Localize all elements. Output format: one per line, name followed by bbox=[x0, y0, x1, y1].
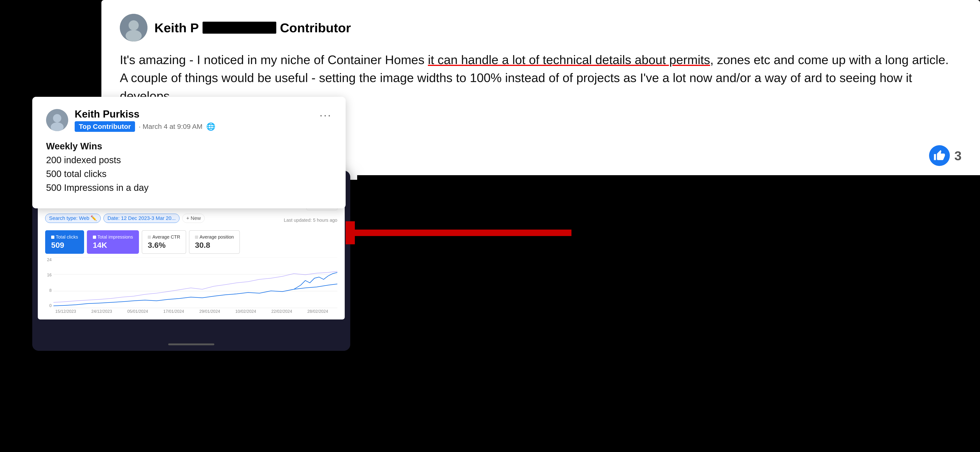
metric-impressions-label: Total impressions bbox=[93, 234, 133, 240]
metric-ctr[interactable]: Average CTR 3.6% bbox=[142, 230, 186, 254]
comment-author-info: Keith P Contributor bbox=[154, 20, 351, 35]
fb-author-name: Keith Purkiss bbox=[75, 108, 319, 120]
svg-point-1 bbox=[129, 20, 139, 30]
fb-post-content: Weekly Wins 200 indexed posts 500 total … bbox=[46, 139, 332, 194]
chart-container: 24 16 8 0 bbox=[45, 258, 337, 314]
author-badge: Contributor bbox=[280, 20, 351, 35]
fb-post-meta: Keith Purkiss Top Contributor · March 4 … bbox=[75, 108, 319, 132]
device-bottom-bar bbox=[32, 338, 350, 351]
author-name-prefix: Keith P bbox=[154, 20, 199, 35]
metric-clicks-value: 509 bbox=[51, 240, 78, 250]
like-count: 3 bbox=[955, 148, 962, 163]
metric-impressions-value: 14K bbox=[93, 240, 133, 250]
metric-position[interactable]: Average position 30.8 bbox=[189, 230, 240, 254]
svg-point-4 bbox=[53, 114, 61, 123]
metric-total-clicks[interactable]: Total clicks 509 bbox=[45, 230, 84, 254]
fb-top-contributor-badge: Top Contributor bbox=[75, 121, 135, 132]
chart-y-axis: 24 16 8 0 bbox=[45, 258, 54, 308]
filter-chip-date[interactable]: Date: 12 Dec 2023-3 Mar 20... bbox=[103, 214, 180, 223]
filter-chip-search-type[interactable]: Search type: Web ✏️ bbox=[45, 214, 101, 223]
chart-area bbox=[54, 258, 337, 308]
fb-post-title: Weekly Wins bbox=[46, 141, 102, 151]
metric-position-value: 30.8 bbox=[195, 240, 234, 250]
metric-ctr-label: Average CTR bbox=[148, 234, 180, 240]
fb-post-card: Keith Purkiss Top Contributor · March 4 … bbox=[32, 97, 346, 208]
chart-x-axis: 15/12/2023 24/12/2023 05/01/2024 17/01/2… bbox=[45, 309, 337, 314]
chart-svg bbox=[54, 258, 337, 308]
fb-post-time: · March 4 at 9:09 AM bbox=[139, 123, 202, 131]
fb-post-item-2: 500 total clicks bbox=[46, 169, 107, 179]
red-arrow bbox=[346, 221, 571, 244]
gsc-filters: Search type: Web ✏️ Date: 12 Dec 2023-3 … bbox=[45, 214, 205, 223]
metric-ctr-value: 3.6% bbox=[148, 240, 180, 250]
last-updated: Last updated: 5 hours ago bbox=[284, 218, 337, 223]
fb-post-menu[interactable]: ··· bbox=[319, 108, 332, 122]
svg-point-2 bbox=[126, 30, 142, 41]
avatar bbox=[120, 14, 148, 41]
metric-total-impressions[interactable]: Total impressions 14K bbox=[87, 230, 139, 254]
comment-author-name: Keith P Contributor bbox=[154, 20, 351, 35]
filter-new-button[interactable]: + New bbox=[182, 214, 205, 223]
fb-post-item-1: 200 indexed posts bbox=[46, 155, 121, 165]
home-bar bbox=[168, 344, 214, 345]
comment-header: Keith P Contributor bbox=[120, 14, 962, 41]
underlined-text-1: it can handle a lot of technical details… bbox=[428, 53, 710, 67]
globe-icon: 🌐 bbox=[206, 122, 215, 131]
name-redacted-block bbox=[202, 22, 276, 33]
fb-avatar bbox=[46, 109, 68, 131]
metric-position-label: Average position bbox=[195, 234, 234, 240]
fb-post-header: Keith Purkiss Top Contributor · March 4 … bbox=[46, 108, 332, 132]
like-area: 3 bbox=[929, 145, 962, 166]
fb-author-badge-row: Top Contributor · March 4 at 9:09 AM 🌐 bbox=[75, 121, 319, 132]
black-background bbox=[357, 175, 980, 452]
gsc-content: Performance ⬇ EXPO... Search type: Web ✏… bbox=[38, 195, 345, 320]
like-button[interactable] bbox=[929, 145, 950, 166]
fb-post-item-3: 500 Impressions in a day bbox=[46, 183, 149, 193]
gsc-metrics: Total clicks 509 Total impressions 14K A… bbox=[45, 230, 337, 254]
metric-clicks-label: Total clicks bbox=[51, 234, 78, 240]
